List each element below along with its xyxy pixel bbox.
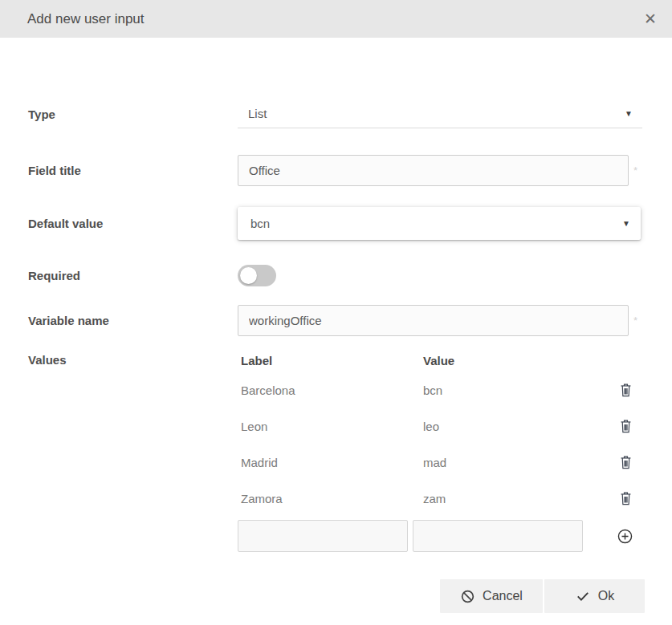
- required-row: Required: [28, 265, 672, 286]
- required-marker: *: [633, 164, 637, 177]
- chevron-down-icon: ▼: [625, 109, 633, 118]
- cancel-button-label: Cancel: [483, 589, 523, 603]
- table-row: Madrid mad: [238, 444, 643, 481]
- cancel-button[interactable]: Cancel: [440, 579, 543, 613]
- row-label: Zamora: [238, 492, 413, 505]
- row-label: Barcelona: [238, 384, 413, 397]
- add-user-input-dialog: Add new user input ✕ Type List ▼ Field t…: [0, 0, 672, 625]
- delete-row-button[interactable]: [618, 490, 633, 507]
- trash-icon: [618, 490, 633, 507]
- trash-icon: [618, 454, 633, 471]
- default-value-label: Default value: [28, 217, 238, 230]
- table-row: Zamora zam: [238, 481, 643, 517]
- table-row: Barcelona bcn: [238, 372, 643, 408]
- new-entry-row: [238, 520, 643, 552]
- delete-row-button[interactable]: [618, 418, 633, 435]
- values-rows: Barcelona bcn Leon leo: [238, 372, 643, 517]
- trash-icon: [618, 382, 633, 399]
- type-selected-value: List: [248, 107, 267, 120]
- field-title-row: Field title *: [28, 155, 672, 186]
- row-value: mad: [413, 456, 583, 469]
- delete-row-button[interactable]: [618, 382, 633, 399]
- table-row: Leon leo: [238, 408, 643, 444]
- check-icon: [575, 588, 591, 604]
- default-value-row: Default value bcn ▼: [28, 207, 672, 240]
- column-header-value: Value: [413, 354, 583, 367]
- row-label: Leon: [238, 420, 413, 433]
- values-section: Values Label Value Barcelona bcn: [28, 353, 672, 552]
- type-label: Type: [28, 108, 238, 121]
- row-label: Madrid: [238, 456, 413, 469]
- required-toggle[interactable]: [238, 265, 276, 286]
- trash-icon: [618, 418, 633, 435]
- add-row-button[interactable]: [617, 528, 633, 545]
- variable-name-label: Variable name: [28, 314, 238, 327]
- variable-name-row: Variable name *: [28, 305, 672, 336]
- row-value: zam: [413, 492, 583, 505]
- block-icon: [460, 589, 475, 604]
- field-title-label: Field title: [28, 164, 238, 177]
- variable-name-input[interactable]: [238, 305, 629, 336]
- values-table: Label Value Barcelona bcn: [238, 353, 643, 552]
- field-title-input[interactable]: [238, 155, 629, 186]
- dialog-header: Add new user input ✕: [0, 0, 672, 38]
- ok-button[interactable]: Ok: [544, 579, 645, 613]
- delete-row-button[interactable]: [618, 454, 633, 471]
- close-icon[interactable]: ✕: [641, 10, 660, 28]
- required-label: Required: [28, 269, 238, 282]
- ok-button-label: Ok: [598, 589, 614, 603]
- type-select[interactable]: List ▼: [238, 99, 642, 128]
- required-marker: *: [633, 315, 637, 327]
- dialog-footer: Cancel Ok: [0, 579, 672, 613]
- chevron-down-icon: ▼: [622, 219, 630, 228]
- new-label-input[interactable]: [238, 520, 408, 552]
- values-label: Values: [28, 353, 238, 367]
- column-header-label: Label: [238, 354, 413, 367]
- default-value-select[interactable]: bcn ▼: [238, 207, 641, 240]
- new-value-input[interactable]: [413, 520, 583, 552]
- plus-circle-icon: [617, 528, 633, 545]
- dialog-title: Add new user input: [27, 11, 145, 27]
- values-table-header: Label Value: [238, 353, 643, 367]
- type-row: Type List ▼: [28, 99, 672, 128]
- row-value: bcn: [413, 384, 583, 397]
- row-value: leo: [413, 420, 583, 433]
- default-value-selected: bcn: [250, 217, 270, 230]
- toggle-knob: [240, 267, 257, 284]
